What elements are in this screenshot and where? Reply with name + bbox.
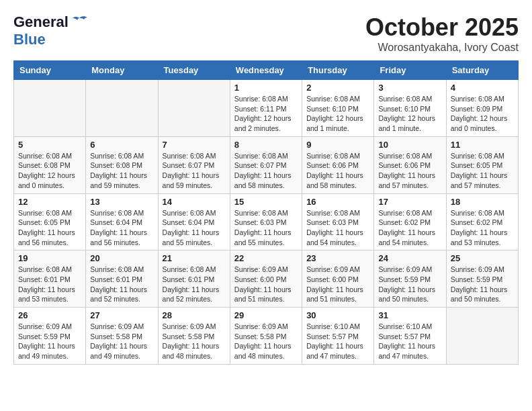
- calendar-cell: [86, 80, 158, 137]
- calendar-cell: 15Sunrise: 6:08 AMSunset: 6:03 PMDayligh…: [230, 193, 302, 250]
- day-number: 2: [306, 83, 369, 93]
- weekday-header: Tuesday: [158, 61, 230, 80]
- calendar-cell: 25Sunrise: 6:09 AMSunset: 5:59 PMDayligh…: [446, 250, 518, 308]
- calendar-week-row: 19Sunrise: 6:08 AMSunset: 6:01 PMDayligh…: [14, 250, 519, 308]
- day-info: Sunrise: 6:09 AMSunset: 5:59 PMDaylight:…: [451, 265, 514, 304]
- calendar-week-row: 1Sunrise: 6:08 AMSunset: 6:11 PMDaylight…: [14, 80, 519, 137]
- logo-blue: Blue: [13, 31, 46, 48]
- day-info: Sunrise: 6:09 AMSunset: 5:58 PMDaylight:…: [90, 322, 153, 361]
- day-number: 18: [451, 197, 514, 207]
- day-number: 3: [378, 83, 441, 93]
- day-info: Sunrise: 6:09 AMSunset: 6:00 PMDaylight:…: [234, 265, 298, 304]
- day-number: 6: [90, 140, 153, 150]
- day-info: Sunrise: 6:08 AMSunset: 6:08 PMDaylight:…: [18, 151, 81, 191]
- day-info: Sunrise: 6:10 AMSunset: 5:57 PMDaylight:…: [378, 322, 441, 361]
- calendar-cell: 19Sunrise: 6:08 AMSunset: 6:01 PMDayligh…: [14, 250, 86, 308]
- logo-general: General: [13, 13, 69, 31]
- day-info: Sunrise: 6:08 AMSunset: 6:01 PMDaylight:…: [18, 265, 81, 304]
- calendar-header-row: SundayMondayTuesdayWednesdayThursdayFrid…: [14, 61, 519, 80]
- page-subtitle: Worosantyakaha, Ivory Coast: [365, 42, 519, 54]
- calendar-cell: 1Sunrise: 6:08 AMSunset: 6:11 PMDaylight…: [230, 80, 302, 137]
- day-info: Sunrise: 6:08 AMSunset: 6:01 PMDaylight:…: [90, 265, 153, 304]
- weekday-header: Monday: [86, 61, 158, 80]
- day-info: Sunrise: 6:08 AMSunset: 6:11 PMDaylight:…: [234, 94, 298, 134]
- day-info: Sunrise: 6:08 AMSunset: 6:03 PMDaylight:…: [306, 208, 369, 248]
- calendar-cell: 13Sunrise: 6:08 AMSunset: 6:04 PMDayligh…: [86, 193, 158, 250]
- logo-bird-icon: [70, 15, 89, 29]
- day-number: 20: [90, 253, 153, 263]
- day-info: Sunrise: 6:09 AMSunset: 5:59 PMDaylight:…: [378, 265, 441, 304]
- weekday-header: Saturday: [446, 61, 518, 80]
- day-number: 16: [306, 197, 369, 207]
- day-number: 29: [234, 310, 298, 320]
- calendar-cell: 5Sunrise: 6:08 AMSunset: 6:08 PMDaylight…: [14, 136, 86, 193]
- day-info: Sunrise: 6:08 AMSunset: 6:08 PMDaylight:…: [90, 151, 153, 191]
- day-number: 27: [90, 310, 153, 320]
- day-number: 4: [451, 83, 514, 93]
- day-number: 24: [378, 253, 441, 263]
- calendar-cell: 30Sunrise: 6:10 AMSunset: 5:57 PMDayligh…: [302, 308, 374, 365]
- calendar-cell: 6Sunrise: 6:08 AMSunset: 6:08 PMDaylight…: [86, 136, 158, 193]
- calendar-cell: [446, 308, 518, 365]
- calendar-cell: 23Sunrise: 6:09 AMSunset: 6:00 PMDayligh…: [302, 250, 374, 308]
- calendar-cell: 14Sunrise: 6:08 AMSunset: 6:04 PMDayligh…: [158, 193, 230, 250]
- day-info: Sunrise: 6:09 AMSunset: 5:58 PMDaylight:…: [234, 322, 298, 361]
- day-info: Sunrise: 6:08 AMSunset: 6:07 PMDaylight:…: [234, 151, 298, 191]
- calendar-week-row: 5Sunrise: 6:08 AMSunset: 6:08 PMDaylight…: [14, 136, 519, 193]
- calendar-cell: 26Sunrise: 6:09 AMSunset: 5:59 PMDayligh…: [14, 308, 86, 365]
- day-info: Sunrise: 6:08 AMSunset: 6:04 PMDaylight:…: [163, 208, 226, 248]
- header: General Blue October 2025 Worosantyakaha…: [13, 13, 519, 54]
- weekday-header: Wednesday: [230, 61, 302, 80]
- calendar-cell: 8Sunrise: 6:08 AMSunset: 6:07 PMDaylight…: [230, 136, 302, 193]
- weekday-header: Thursday: [302, 61, 374, 80]
- day-number: 28: [163, 310, 226, 320]
- day-number: 21: [163, 253, 226, 263]
- calendar-cell: [14, 80, 86, 137]
- day-number: 17: [378, 197, 441, 207]
- calendar-cell: 16Sunrise: 6:08 AMSunset: 6:03 PMDayligh…: [302, 193, 374, 250]
- weekday-header: Friday: [374, 61, 446, 80]
- weekday-header: Sunday: [14, 61, 86, 80]
- day-info: Sunrise: 6:09 AMSunset: 5:59 PMDaylight:…: [18, 322, 81, 361]
- calendar-cell: 18Sunrise: 6:08 AMSunset: 6:02 PMDayligh…: [446, 193, 518, 250]
- calendar-cell: 28Sunrise: 6:09 AMSunset: 5:58 PMDayligh…: [158, 308, 230, 365]
- calendar-cell: 31Sunrise: 6:10 AMSunset: 5:57 PMDayligh…: [374, 308, 446, 365]
- calendar-week-row: 26Sunrise: 6:09 AMSunset: 5:59 PMDayligh…: [14, 308, 519, 365]
- calendar-cell: 11Sunrise: 6:08 AMSunset: 6:05 PMDayligh…: [446, 136, 518, 193]
- day-number: 10: [378, 140, 441, 150]
- day-info: Sunrise: 6:08 AMSunset: 6:10 PMDaylight:…: [378, 94, 441, 134]
- calendar-cell: 17Sunrise: 6:08 AMSunset: 6:02 PMDayligh…: [374, 193, 446, 250]
- day-info: Sunrise: 6:08 AMSunset: 6:02 PMDaylight:…: [378, 208, 441, 248]
- calendar-cell: 9Sunrise: 6:08 AMSunset: 6:06 PMDaylight…: [302, 136, 374, 193]
- day-number: 25: [451, 253, 514, 263]
- day-number: 30: [306, 310, 369, 320]
- day-info: Sunrise: 6:08 AMSunset: 6:10 PMDaylight:…: [306, 94, 369, 134]
- day-info: Sunrise: 6:08 AMSunset: 6:04 PMDaylight:…: [90, 208, 153, 248]
- calendar-cell: 2Sunrise: 6:08 AMSunset: 6:10 PMDaylight…: [302, 80, 374, 137]
- day-number: 12: [18, 197, 81, 207]
- calendar-cell: 22Sunrise: 6:09 AMSunset: 6:00 PMDayligh…: [230, 250, 302, 308]
- calendar-cell: 27Sunrise: 6:09 AMSunset: 5:58 PMDayligh…: [86, 308, 158, 365]
- day-info: Sunrise: 6:08 AMSunset: 6:07 PMDaylight:…: [163, 151, 226, 191]
- day-number: 9: [306, 140, 369, 150]
- day-number: 11: [451, 140, 514, 150]
- day-number: 5: [18, 140, 81, 150]
- page-title: October 2025: [365, 13, 519, 42]
- calendar-cell: 7Sunrise: 6:08 AMSunset: 6:07 PMDaylight…: [158, 136, 230, 193]
- calendar: SundayMondayTuesdayWednesdayThursdayFrid…: [13, 60, 519, 365]
- title-area: October 2025 Worosantyakaha, Ivory Coast: [365, 13, 519, 54]
- day-info: Sunrise: 6:08 AMSunset: 6:02 PMDaylight:…: [451, 208, 514, 248]
- calendar-cell: 3Sunrise: 6:08 AMSunset: 6:10 PMDaylight…: [374, 80, 446, 137]
- calendar-cell: 21Sunrise: 6:08 AMSunset: 6:01 PMDayligh…: [158, 250, 230, 308]
- day-number: 22: [234, 253, 298, 263]
- day-number: 14: [163, 197, 226, 207]
- day-info: Sunrise: 6:08 AMSunset: 6:09 PMDaylight:…: [451, 94, 514, 134]
- logo: General Blue: [13, 13, 89, 48]
- day-number: 31: [378, 310, 441, 320]
- day-info: Sunrise: 6:08 AMSunset: 6:01 PMDaylight:…: [163, 265, 226, 304]
- day-info: Sunrise: 6:09 AMSunset: 5:58 PMDaylight:…: [163, 322, 226, 361]
- day-info: Sunrise: 6:08 AMSunset: 6:05 PMDaylight:…: [451, 151, 514, 191]
- day-info: Sunrise: 6:08 AMSunset: 6:06 PMDaylight:…: [378, 151, 441, 191]
- day-info: Sunrise: 6:10 AMSunset: 5:57 PMDaylight:…: [306, 322, 369, 361]
- day-number: 23: [306, 253, 369, 263]
